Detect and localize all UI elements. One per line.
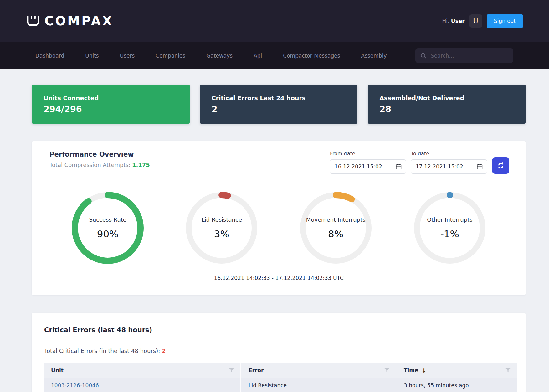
critical-errors-total: Total Critical Errors (in the last 48 ho… (44, 348, 517, 354)
gauge-success-rate: Success Rate 90% (71, 192, 144, 264)
total-compression-attempts: Total Compression Attempts:1.175 (49, 162, 150, 168)
gauge-lid-resistance: Lid Resistance 3% (185, 192, 258, 264)
nav-item-api[interactable]: Api (254, 53, 262, 59)
search-icon (420, 53, 427, 59)
main-content: Units Connected 294/296 Critical Errors … (0, 69, 549, 392)
logo-wordmark: COMPAX (44, 14, 114, 28)
refresh-button[interactable] (492, 157, 509, 174)
calendar-icon[interactable] (396, 164, 402, 170)
nav-item-gateways[interactable]: Gateways (206, 53, 233, 59)
sign-out-button[interactable]: Sign out (487, 14, 523, 28)
gauges-row: Success Rate 90% Lid Resistance 3% (32, 182, 526, 264)
unit-link[interactable]: 1003-2126-10046 (51, 382, 99, 389)
column-header-error[interactable]: Error (240, 363, 396, 378)
stat-label: Assembled/Not Delivered (379, 95, 526, 101)
performance-title: Performance Overview (49, 151, 150, 158)
to-date-input[interactable]: 17.12.2021 15:02 (411, 159, 487, 174)
stat-card-critical-errors: Critical Errors Last 24 hours 2 (200, 85, 358, 124)
nav-item-units[interactable]: Units (85, 53, 99, 59)
main-nav: Dashboard Units Users Companies Gateways… (0, 42, 549, 69)
stat-value: 294/296 (44, 104, 190, 114)
cell-unit: 1003-2126-10046 (44, 378, 240, 392)
from-date-input[interactable]: 16.12.2021 15:02 (330, 159, 406, 174)
refresh-icon (497, 162, 505, 170)
sort-descending-icon: ↓ (422, 367, 427, 374)
critical-errors-panel: Critical Errors (last 48 hours) Total Cr… (32, 313, 526, 392)
critical-errors-table: Unit Error Time ↓ (44, 363, 517, 392)
column-header-time[interactable]: Time ↓ (396, 363, 517, 378)
compax-smiley-icon (26, 15, 40, 27)
stat-card-units-connected: Units Connected 294/296 (32, 85, 190, 124)
top-header: COMPAX Hi, User U Sign out (0, 0, 549, 42)
nav-item-users[interactable]: Users (120, 53, 135, 59)
compax-logo[interactable]: COMPAX (26, 14, 114, 28)
avatar[interactable]: U (469, 14, 482, 28)
filter-icon[interactable] (505, 368, 511, 373)
column-header-unit[interactable]: Unit (44, 363, 240, 378)
date-range-caption: 16.12.2021 14:02:33 - 17.12.2021 14:02:3… (32, 264, 526, 295)
to-date-label: To date (411, 151, 487, 157)
stat-value: 2 (212, 104, 358, 114)
search-box (415, 48, 513, 63)
stat-card-assembled-not-delivered: Assembled/Not Delivered 28 (368, 85, 526, 124)
stat-value: 28 (379, 104, 526, 114)
performance-overview-panel: Performance Overview Total Compression A… (32, 141, 526, 295)
stat-label: Units Connected (44, 95, 190, 101)
gauge-other-interrupts: Other Interrupts -1% (413, 192, 486, 264)
nav-item-assembly[interactable]: Assembly (361, 53, 387, 59)
filter-icon[interactable] (229, 368, 234, 373)
calendar-icon[interactable] (477, 164, 483, 170)
nav-item-companies[interactable]: Companies (156, 53, 185, 59)
filter-icon[interactable] (384, 368, 389, 373)
table-row: 1003-2126-10046 Lid Resistance 3 hours, … (44, 378, 517, 392)
search-input[interactable] (431, 53, 508, 59)
cell-time: 3 hours, 55 minutes ago (396, 378, 517, 392)
critical-errors-title: Critical Errors (last 48 hours) (44, 326, 517, 334)
stat-label: Critical Errors Last 24 hours (212, 95, 358, 101)
nav-item-compactor-messages[interactable]: Compactor Messages (283, 53, 340, 59)
gauge-movement-interrupts: Movement Interrupts 8% (300, 192, 372, 264)
greeting-text: Hi, User (442, 18, 465, 24)
cell-error: Lid Resistance (240, 378, 396, 392)
from-date-label: From date (330, 151, 406, 157)
nav-item-dashboard[interactable]: Dashboard (35, 53, 64, 59)
